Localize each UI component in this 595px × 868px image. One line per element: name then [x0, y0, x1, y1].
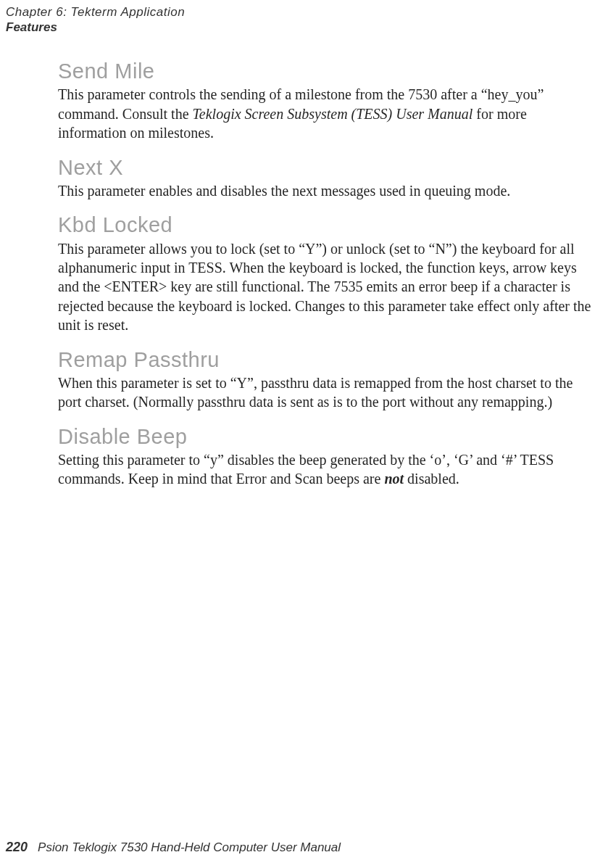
running-header: Chapter 6: Tekterm Application Features [6, 4, 185, 36]
body-next-x: This parameter enables and disables the … [58, 181, 591, 200]
text-run: Setting this parameter to “y” disables t… [58, 452, 554, 487]
heading-disable-beep: Disable Beep [58, 425, 591, 449]
heading-remap-passthru: Remap Passthru [58, 348, 591, 372]
text-run: Teklogix Screen Subsystem (TESS) User Ma… [193, 106, 473, 122]
text-run: This parameter enables and disables the … [58, 183, 510, 199]
heading-send-mile: Send Mile [58, 59, 591, 83]
heading-next-x: Next X [58, 156, 591, 180]
header-chapter-line: Chapter 6: Tekterm Application [6, 4, 185, 20]
body-kbd-locked: This parameter allows you to lock (set t… [58, 239, 591, 335]
text-run: This parameter allows you to lock (set t… [58, 241, 591, 334]
text-run: When this parameter is set to “Y”, passt… [58, 375, 573, 410]
text-run: not [384, 471, 404, 487]
body-disable-beep: Setting this parameter to “y” disables t… [58, 450, 591, 489]
content-area: Send Mile This parameter controls the se… [58, 59, 591, 502]
footer-manual-title: Psion Teklogix 7530 Hand-Held Computer U… [38, 840, 341, 854]
header-section-line: Features [6, 20, 185, 35]
body-send-mile: This parameter controls the sending of a… [58, 85, 591, 142]
page-number: 220 [6, 840, 28, 854]
text-run: disabled. [404, 471, 459, 487]
page: Chapter 6: Tekterm Application Features … [0, 0, 595, 868]
heading-kbd-locked: Kbd Locked [58, 213, 591, 237]
page-footer: 220Psion Teklogix 7530 Hand-Held Compute… [6, 840, 341, 855]
body-remap-passthru: When this parameter is set to “Y”, passt… [58, 373, 591, 412]
